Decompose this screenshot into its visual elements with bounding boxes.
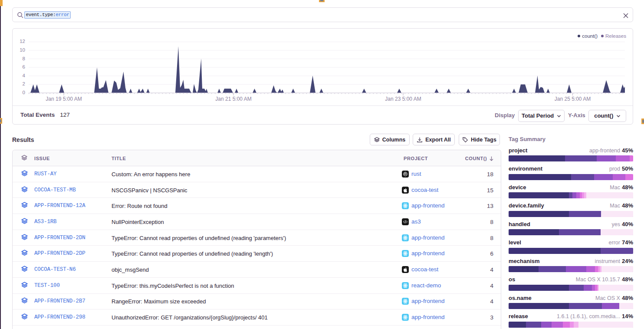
svg-text:12: 12	[20, 39, 25, 44]
svg-text:4: 4	[23, 73, 26, 78]
svg-text:Jan 21 5:00 AM: Jan 21 5:00 AM	[215, 96, 251, 102]
svg-text:8: 8	[23, 56, 25, 61]
svg-text:Jan 23 5:00 AM: Jan 23 5:00 AM	[385, 96, 421, 102]
svg-text:0: 0	[23, 90, 25, 95]
svg-text:2: 2	[23, 81, 25, 86]
svg-text:Jan 25 5:00 AM: Jan 25 5:00 AM	[555, 96, 591, 102]
svg-text:10: 10	[20, 47, 25, 53]
svg-text:6: 6	[23, 64, 25, 69]
svg-text:Jan 19 5:00 AM: Jan 19 5:00 AM	[46, 96, 82, 102]
